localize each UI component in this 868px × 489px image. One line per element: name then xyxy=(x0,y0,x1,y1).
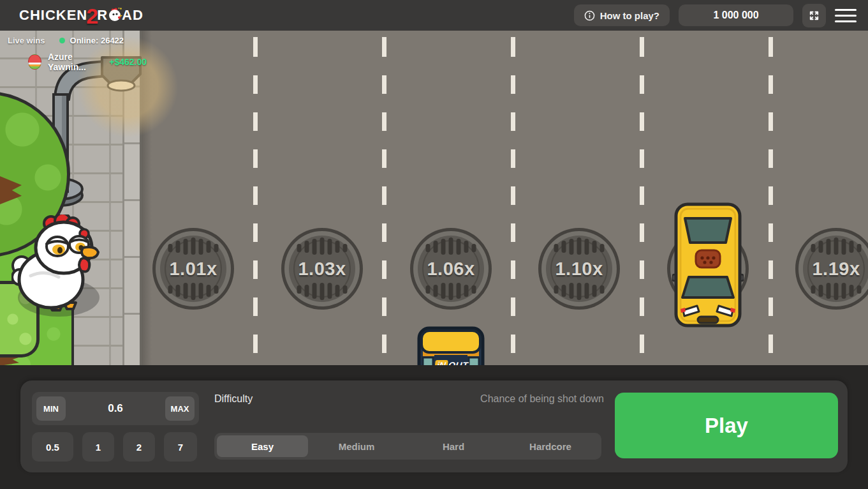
manhole-step-1: 1.01x xyxy=(151,227,235,311)
manhole-step-3: 1.06x xyxy=(409,227,493,311)
control-bar: MIN 0.6 MAX 0.5 1 2 7 Difficulty Chance … xyxy=(0,365,868,489)
live-wins-panel: Live wins Online: 26422 Azure Yawnin... … xyxy=(0,31,147,72)
multiplier-label: 1.01x xyxy=(151,227,235,311)
inout-brand-out: OUT xyxy=(448,360,469,365)
quick-bet-2[interactable]: 2 xyxy=(123,432,155,462)
tab-hardcore[interactable]: Hardcore xyxy=(502,435,599,457)
difficulty-label: Difficulty xyxy=(214,393,253,405)
logo-text: R xyxy=(97,7,108,24)
quick-bet-row: 0.5 1 2 7 xyxy=(32,432,197,462)
lane-divider xyxy=(253,31,258,365)
play-button[interactable]: Play xyxy=(615,393,838,458)
manhole-step-6: 1.19x xyxy=(794,227,868,311)
game-canvas: 1.01x 1.03x 1.06x 1.10x 1.19x xyxy=(0,31,868,365)
tab-easy[interactable]: Easy xyxy=(217,435,308,457)
fullscreen-button[interactable] xyxy=(802,4,826,27)
tab-hard[interactable]: Hard xyxy=(405,435,502,457)
online-dot-icon xyxy=(59,38,65,43)
logo-text: AD xyxy=(122,7,143,24)
topbar-actions: How to play? 1 000 000 xyxy=(574,4,868,27)
lane-divider xyxy=(511,31,515,365)
bet-min-button[interactable]: MIN xyxy=(36,396,66,421)
logo-text: CHICKEN xyxy=(19,7,87,24)
live-win-entry: Azure Yawnin... +$462.00 xyxy=(28,52,147,72)
avatar xyxy=(28,54,41,70)
fullscreen-icon xyxy=(808,10,820,22)
lane-divider xyxy=(382,31,386,365)
logo-number: 2 xyxy=(86,6,98,26)
info-icon xyxy=(584,10,595,21)
logo-chicken-icon xyxy=(107,7,122,22)
live-wins-title: Live wins xyxy=(8,36,45,45)
chance-label: Chance of being shot down xyxy=(480,393,604,405)
balance-display: 1 000 000 xyxy=(679,4,793,26)
hamburger-icon xyxy=(835,9,857,11)
win-amount: +$462.00 xyxy=(109,57,147,67)
bet-amount-value[interactable]: 0.6 xyxy=(70,402,161,415)
multiplier-label: 1.06x xyxy=(409,227,493,311)
quick-bet-7[interactable]: 7 xyxy=(164,432,197,462)
how-to-play-button[interactable]: How to play? xyxy=(574,4,670,26)
top-bar: CHICKEN 2 R AD How to play? 1 000 000 xyxy=(0,0,868,31)
manhole-step-4: 1.10x xyxy=(537,227,621,311)
how-to-play-label: How to play? xyxy=(600,10,659,21)
winner-name: Azure Yawnin... xyxy=(48,52,104,72)
inout-brand: iN OUT xyxy=(427,360,476,365)
inout-car xyxy=(416,326,485,365)
multiplier-label: 1.03x xyxy=(280,227,364,311)
tab-medium[interactable]: Medium xyxy=(308,435,405,457)
balance-value: 1 000 000 xyxy=(713,10,758,21)
multiplier-label: 1.19x xyxy=(794,227,868,311)
chicken-character xyxy=(11,214,101,313)
game-logo: CHICKEN 2 R AD xyxy=(19,6,143,25)
bet-amount-box: MIN 0.6 MAX xyxy=(32,392,199,425)
multiplier-label: 1.10x xyxy=(537,227,621,311)
taxi-car xyxy=(672,202,744,328)
quick-bet-0.5[interactable]: 0.5 xyxy=(32,432,73,462)
bet-max-button[interactable]: MAX xyxy=(165,396,195,421)
manhole-step-2: 1.03x xyxy=(280,227,364,311)
quick-bet-1[interactable]: 1 xyxy=(82,432,114,462)
inout-brand-in: iN xyxy=(434,360,448,365)
lane-divider xyxy=(640,31,644,365)
online-count: Online: 26422 xyxy=(70,36,124,45)
difficulty-tabs: Easy Medium Hard Hardcore xyxy=(214,433,601,460)
menu-button[interactable] xyxy=(835,4,857,26)
lane-divider xyxy=(769,31,773,365)
